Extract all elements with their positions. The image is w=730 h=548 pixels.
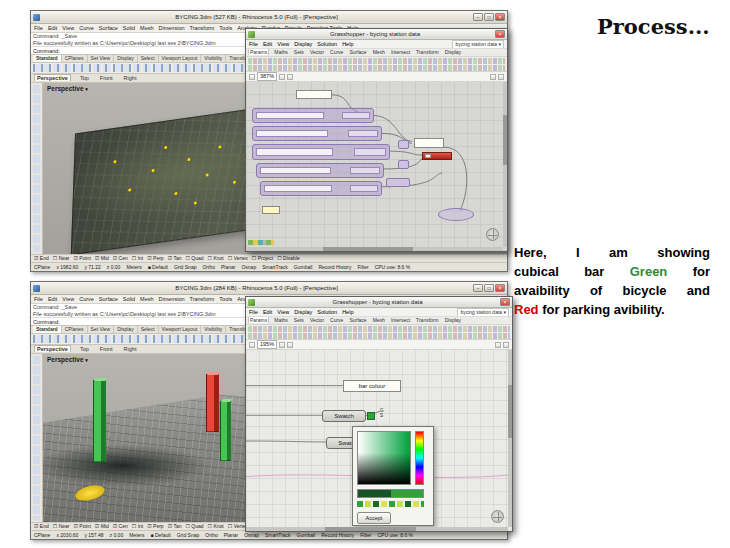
osnap-toggle[interactable]: ☐ Int (132, 523, 143, 529)
status-field[interactable]: Osnap (241, 264, 256, 270)
menu-item[interactable]: Curve (79, 25, 94, 31)
status-field[interactable]: CPU use: 8.6 % (375, 264, 411, 270)
gh-close-button[interactable]: × (495, 30, 505, 38)
gh-tab[interactable]: Intersect (390, 49, 411, 55)
status-field[interactable]: Grid Snap (174, 264, 197, 270)
gh-tab[interactable]: Mesh (372, 317, 386, 323)
status-field[interactable]: Planar (224, 532, 238, 538)
menu-item[interactable]: Mesh (140, 296, 153, 302)
osnap-toggle[interactable]: ☑ End (34, 523, 49, 529)
menu-item[interactable]: File (249, 41, 258, 47)
menu-item[interactable]: Mesh (140, 25, 153, 31)
gh-bottom-canvas[interactable]: bar colour Swatch GS Swatch Accept (246, 350, 512, 531)
maximize-button[interactable]: □ (484, 284, 494, 292)
gh-cluster[interactable] (438, 208, 474, 221)
gh-document-selector[interactable]: bycing station data ▾ (452, 40, 504, 49)
zoom-level[interactable]: 195% (257, 340, 277, 349)
osnap-toggle[interactable]: ☐ Knot (208, 255, 224, 261)
menu-item[interactable]: View (277, 309, 289, 315)
gh-number-slider[interactable] (422, 152, 452, 160)
osnap-toggle[interactable]: ☐ Project (252, 255, 273, 261)
saturation-square[interactable] (357, 431, 411, 485)
toolbar-tab[interactable]: Display (114, 55, 137, 62)
preview-icon[interactable] (503, 342, 509, 348)
gh-bottom-icon-palette[interactable] (246, 325, 512, 340)
osnap-toggle[interactable]: ☑ Perp (147, 523, 163, 529)
menu-item[interactable]: File (34, 25, 43, 31)
toolbar-tab[interactable]: Standard (33, 55, 62, 62)
status-field[interactable]: Gumball (297, 532, 316, 538)
viewport-tab[interactable]: Perspective (34, 345, 71, 352)
menu-item[interactable]: Solid (123, 25, 135, 31)
gh-component[interactable] (398, 160, 409, 169)
gh-tab[interactable]: Display (444, 317, 462, 323)
toolbar-tab[interactable]: Select (138, 326, 159, 333)
pan-icon[interactable] (287, 342, 293, 348)
preview-icon[interactable] (498, 74, 504, 80)
menu-item[interactable]: Solution (317, 309, 337, 315)
rhino-side-toolbar[interactable] (31, 354, 43, 522)
gh-document-selector[interactable]: bycing station data ▾ (457, 308, 509, 317)
gh-tab[interactable]: Params (248, 49, 269, 55)
toolbar-tab[interactable]: Visibility (201, 326, 226, 333)
gh-tab[interactable]: Mesh (372, 49, 386, 55)
gh-tab[interactable]: Vector (309, 49, 325, 55)
menu-item[interactable]: Surface (99, 25, 118, 31)
viewport-label[interactable]: Perspective ▾ (47, 356, 88, 363)
bar-colour-panel[interactable]: bar colour (343, 380, 401, 392)
canvas-horizontal-scrollbar[interactable] (246, 527, 508, 531)
menu-item[interactable]: Curve (79, 296, 94, 302)
osnap-toggle[interactable]: ☐ Int (132, 255, 143, 261)
status-field[interactable]: ■ Default (150, 532, 170, 538)
hue-slider[interactable] (415, 431, 424, 485)
maximize-button[interactable]: □ (484, 13, 494, 21)
toolbar-tab[interactable]: Set View (88, 326, 115, 333)
osnap-toggle[interactable]: ☐ Quad (185, 255, 203, 261)
menu-item[interactable]: Help (342, 41, 353, 47)
menu-item[interactable]: File (34, 296, 43, 302)
menu-item[interactable]: Edit (263, 41, 272, 47)
viewport-tab[interactable]: Front (98, 75, 115, 81)
gh-top-titlebar[interactable]: Grasshopper - bycing station data × (246, 29, 507, 40)
gh-group[interactable] (252, 108, 374, 123)
osnap-toggle[interactable]: ☑ Mid (95, 255, 109, 261)
toolbar-tab[interactable]: CPlanes (62, 55, 88, 62)
gh-tab[interactable]: Params (248, 317, 269, 323)
osnap-toggle[interactable]: ☑ Cen (113, 255, 128, 261)
status-field[interactable]: y 71.22 (84, 264, 100, 270)
status-field[interactable]: Gumball (294, 264, 313, 270)
menu-item[interactable]: Surface (99, 296, 118, 302)
gh-tab[interactable]: Surface (348, 49, 367, 55)
canvas-vertical-scrollbar[interactable] (508, 350, 512, 527)
gh-tab[interactable]: Display (444, 49, 462, 55)
settings-icon[interactable] (490, 74, 496, 80)
toolbar-tab[interactable]: Viewport Layout (159, 55, 202, 62)
status-field[interactable]: Grid Snap (177, 532, 200, 538)
status-field[interactable]: Meters (129, 532, 144, 538)
osnap-toggle[interactable]: ☐ Knot (208, 523, 224, 529)
osnap-toggle[interactable]: ☐ Disable (277, 255, 300, 261)
toolbar-tab[interactable]: CPlanes (62, 326, 88, 333)
toolbar-tab[interactable]: Standard (33, 326, 62, 333)
rhino-bottom-titlebar[interactable]: BYCING.3dm (284 KB) - Rhinoceros 5.0 (Fu… (31, 282, 507, 295)
zoom-icon[interactable] (279, 342, 285, 348)
viewport-tab[interactable]: Right (122, 75, 139, 81)
menu-item[interactable]: Tools (219, 296, 232, 302)
status-field[interactable]: Meters (126, 264, 141, 270)
open-file-icon[interactable] (249, 74, 255, 80)
osnap-toggle[interactable]: ☐ Near (53, 255, 70, 261)
viewport-tab[interactable]: Front (98, 346, 115, 352)
osnap-toggle[interactable]: ☐ Quad (185, 523, 203, 529)
gh-tab[interactable]: Curve (329, 317, 344, 323)
gh-tab[interactable]: Maths (273, 49, 289, 55)
osnap-toggle[interactable]: ☑ Point (74, 523, 91, 529)
status-field[interactable]: Ortho (205, 532, 218, 538)
menu-item[interactable]: Solid (123, 296, 135, 302)
gh-close-button[interactable]: × (500, 298, 510, 306)
zoom-icon[interactable] (279, 74, 285, 80)
pan-icon[interactable] (287, 74, 293, 80)
gh-group[interactable] (252, 126, 382, 141)
gh-tab[interactable]: Vector (309, 317, 325, 323)
recent-color-chips[interactable] (357, 501, 424, 507)
status-field[interactable]: CPU use: 8.6 % (377, 532, 413, 538)
